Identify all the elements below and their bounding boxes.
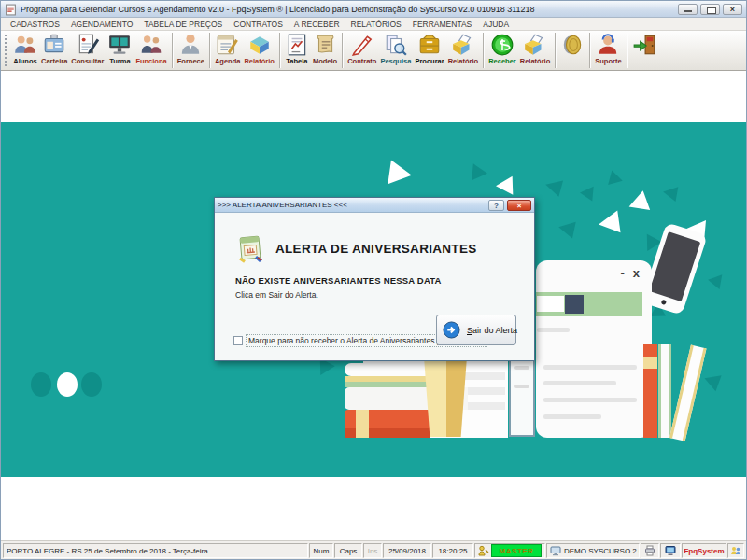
computer-icon — [550, 545, 561, 556]
status-user: MASTER — [474, 543, 545, 558]
toolbar-button-label: Tabela — [286, 57, 307, 66]
status-user-name: MASTER — [491, 544, 542, 557]
search-cards-icon — [384, 33, 408, 57]
toolbar-button-procurar[interactable]: Procurar — [413, 32, 445, 69]
toolbar-button-contrato[interactable]: Contrato — [345, 32, 378, 69]
status-date: 25/09/2018 — [383, 543, 431, 558]
dialog-title: >>> ALERTA ANIVERSARIANTES <<< — [218, 201, 488, 209]
status-system-name: DEMO SYSCURSO 2.0 — [564, 547, 640, 555]
dialog-body: ALERTA DE ANIVERSARIANTES NÃO EXISTE ANI… — [215, 213, 534, 360]
card-close-glyph: x — [633, 267, 640, 280]
dialog-titlebar[interactable]: >>> ALERTA ANIVERSARIANTES <<< ? × — [215, 198, 534, 213]
status-time: 18:20:25 — [432, 543, 473, 558]
file-drawer-icon — [417, 33, 442, 57]
status-network — [660, 543, 681, 558]
status-capslock: Caps — [334, 543, 362, 558]
toolbar-button-carteira[interactable]: Carteira — [39, 32, 69, 69]
minimize-button[interactable] — [678, 4, 698, 15]
toolbar-separator — [209, 33, 210, 68]
menu-relatorios[interactable]: RELATÓRIOS — [345, 20, 407, 29]
toolbar-separator — [555, 33, 556, 68]
menu-a-receber[interactable]: A RECEBER — [289, 20, 345, 29]
printer-icon — [644, 545, 655, 556]
staff-icon — [139, 33, 163, 57]
dialog-heading: ALERTA DE ANIVERSARIANTES — [275, 242, 477, 256]
supplier-icon — [178, 33, 203, 57]
toolbar-button-turma[interactable]: Turma — [106, 32, 134, 69]
card-button — [565, 295, 584, 314]
toolbar-button-relatorio[interactable]: Relatório — [446, 32, 481, 69]
toolbar-button-label: Alunos — [13, 57, 36, 66]
class-monitors-icon — [107, 33, 132, 57]
dialog-help-button[interactable]: ? — [488, 200, 504, 211]
book-stack-illustration — [345, 363, 430, 376]
toolbar-button-funciona[interactable]: Funciona — [134, 32, 168, 69]
toolbar-button-label: Funciona — [135, 57, 166, 66]
toolbar-button-label: Consultar — [71, 57, 104, 66]
menu-agendamento[interactable]: AGENDAMENTO — [65, 20, 138, 29]
window-titlebar[interactable]: Programa para Gerenciar Cursos e Agendam… — [1, 1, 746, 18]
support-person-icon — [596, 33, 620, 57]
restore-button[interactable] — [700, 4, 720, 15]
status-insert: Ins — [363, 543, 382, 558]
report-box-icon — [451, 33, 475, 57]
toolbar-button-consultar[interactable]: Consultar — [69, 32, 106, 69]
toolbar-button-tabela[interactable]: Tabela — [283, 32, 311, 69]
exit-door-icon — [632, 33, 656, 57]
toolbar-button-agenda[interactable]: Agenda — [213, 32, 243, 69]
report-cube-icon — [247, 33, 272, 57]
toolbar-button-relatorio[interactable]: Relatório — [518, 32, 553, 69]
toolbar-button-label: Relatório — [448, 57, 479, 66]
status-brand: FpqSystem — [682, 543, 726, 558]
menu-cadastros[interactable]: CADASTROS — [5, 20, 65, 29]
dialog-close-button[interactable]: × — [507, 200, 531, 211]
status-users — [727, 543, 744, 558]
toolbar-button-label: Relatório — [520, 57, 551, 66]
toolbar-separator — [279, 33, 280, 68]
dialog-instruction: Clica em Sair do Alerta. — [235, 290, 318, 300]
window-title: Programa para Gerenciar Cursos e Agendam… — [21, 5, 675, 14]
consult-doc-icon — [76, 33, 100, 57]
dot-teal — [31, 372, 51, 397]
toolbar-separator — [172, 33, 173, 68]
toolbar-button-coin[interactable] — [558, 32, 586, 69]
toolbar-drag-handle[interactable] — [4, 34, 8, 67]
close-button[interactable]: × — [723, 4, 742, 15]
dot-teal — [81, 372, 102, 397]
status-system: DEMO SYSCURSO 2.0 — [546, 543, 640, 558]
app-window: Programa para Gerenciar Cursos e Agendam… — [0, 0, 747, 560]
menu-ajuda[interactable]: AJUDA — [477, 20, 514, 29]
toolbar-separator — [483, 33, 484, 68]
toolbar-button-label: Pesquisa — [380, 57, 411, 66]
receive-money-icon — [490, 33, 514, 57]
toolbar-button-receber[interactable]: Receber — [486, 32, 518, 69]
key-user-icon — [478, 545, 489, 556]
toolbar: AlunosCarteiraConsultarTurmaFuncionaForn… — [1, 31, 746, 71]
menu-tabela-de-precos[interactable]: TABELA DE PREÇOS — [138, 20, 228, 29]
toolbar-button-fornece[interactable]: Fornece — [176, 32, 206, 69]
toolbar-button-label: Fornece — [177, 57, 204, 66]
card-window-controls: - x — [620, 267, 640, 280]
toolbar-button-label: Suporte — [595, 57, 621, 66]
price-table-icon — [285, 33, 309, 57]
toolbar-button-suporte[interactable]: Suporte — [593, 32, 623, 69]
menu-contratos[interactable]: CONTRATOS — [228, 20, 289, 29]
statusbar: PORTO ALEGRE - RS 25 de Setembro de 2018… — [1, 540, 746, 560]
toolbar-button-alunos[interactable]: Alunos — [11, 32, 39, 69]
toolbar-button-pesquisa[interactable]: Pesquisa — [378, 32, 413, 69]
report-box-icon — [523, 33, 547, 57]
menubar: CADASTROSAGENDAMENTOTABELA DE PREÇOSCONT… — [1, 18, 746, 31]
status-numlock: Num — [309, 543, 333, 558]
exit-alert-button[interactable]: Sair do Alerta — [436, 315, 516, 345]
alert-dialog: >>> ALERTA ANIVERSARIANTES <<< ? × ALERT… — [214, 197, 535, 361]
toolbar-button-modelo[interactable]: Modelo — [311, 32, 339, 69]
coin-icon — [560, 33, 585, 57]
toolbar-button-exit-door[interactable] — [630, 32, 658, 69]
workspace-bottom — [1, 477, 746, 540]
status-printer — [641, 543, 659, 558]
toolbar-button-label: Turma — [109, 57, 130, 66]
menu-ferramentas[interactable]: FERRAMENTAS — [407, 20, 478, 29]
checkbox-box[interactable] — [233, 336, 243, 345]
toolbar-button-relatorio[interactable]: Relatório — [242, 32, 276, 69]
id-card-icon — [42, 33, 66, 57]
